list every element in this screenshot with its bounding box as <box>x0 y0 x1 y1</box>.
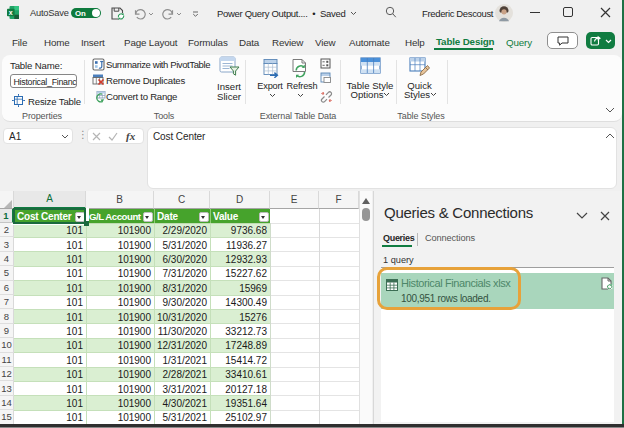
svg-text:x: x <box>9 9 13 16</box>
